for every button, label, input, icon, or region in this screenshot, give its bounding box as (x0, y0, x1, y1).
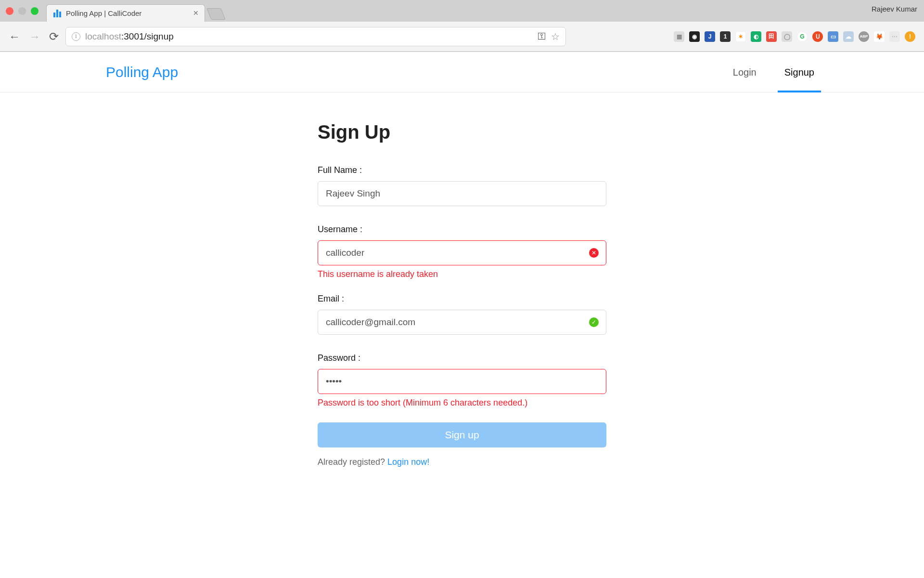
username-input[interactable] (318, 240, 606, 265)
extension-icon[interactable]: 田 (766, 31, 777, 42)
page-title: Sign Up (318, 121, 606, 143)
fullname-label: Full Name : (318, 165, 606, 175)
browser-tab[interactable]: Polling App | CalliCoder ✕ (46, 4, 205, 22)
tab-title: Polling App | CalliCoder (66, 9, 189, 17)
login-now-link[interactable]: Login now! (387, 457, 429, 467)
extension-icon[interactable]: ! (905, 31, 915, 42)
window-minimize-icon[interactable] (18, 7, 26, 15)
nav-signup[interactable]: Signup (781, 53, 818, 91)
window-close-icon[interactable] (6, 7, 13, 15)
extension-icon[interactable]: ▦ (674, 31, 684, 42)
signup-button[interactable]: Sign up (318, 422, 606, 447)
form-item-email: Email : ✓ (318, 294, 606, 335)
signup-page: Sign Up Full Name : Username : ✕ This us… (318, 121, 606, 467)
extension-icon[interactable]: ✶ (735, 31, 746, 42)
extension-icons: ▦ ◉ J 1 ✶ ◐ 田 ◯ G Ս ▭ ☁ ABP 🦊 ⋯ ! (674, 31, 915, 42)
url-path: :3001/signup (121, 31, 174, 41)
form-item-fullname: Full Name : (318, 165, 606, 206)
extension-icon[interactable]: ◯ (782, 31, 792, 42)
url-host: localhost (85, 31, 121, 41)
browser-profile-name[interactable]: Rajeev Kumar (872, 5, 917, 13)
tab-strip: Polling App | CalliCoder ✕ Rajeev Kumar (0, 0, 924, 22)
username-label: Username : (318, 224, 606, 235)
nav-forward-icon: → (29, 30, 40, 43)
extension-icon[interactable]: ▭ (828, 31, 838, 42)
address-bar[interactable]: i localhost:3001/signup ⚿ ☆ (65, 27, 566, 46)
nav-back-icon[interactable]: ← (9, 30, 20, 43)
tab-close-icon[interactable]: ✕ (193, 9, 199, 17)
extension-icon[interactable]: 🦊 (874, 31, 885, 42)
app-header: Polling App Login Signup (0, 52, 924, 92)
username-error-text: This username is already taken (318, 269, 606, 279)
nav-reload-icon[interactable]: ⟳ (49, 30, 59, 43)
site-info-icon[interactable]: i (72, 32, 80, 41)
extension-icon[interactable]: Ս (812, 31, 823, 42)
error-icon: ✕ (589, 248, 599, 258)
browser-chrome: Polling App | CalliCoder ✕ Rajeev Kumar … (0, 0, 924, 52)
extension-icon[interactable]: ABP (859, 31, 869, 42)
login-hint: Already registed? Login now! (318, 457, 606, 467)
password-label: Password : (318, 353, 606, 363)
saved-password-icon[interactable]: ⚿ (538, 31, 546, 41)
email-input[interactable] (318, 310, 606, 335)
extension-icon[interactable]: ◐ (751, 31, 761, 42)
tab-favicon-icon (53, 9, 62, 17)
extension-icon[interactable]: ☁ (843, 31, 854, 42)
login-hint-text: Already registed? (318, 457, 387, 467)
form-item-username: Username : ✕ This username is already ta… (318, 224, 606, 279)
extension-icon[interactable]: J (705, 31, 715, 42)
extension-icon[interactable]: ◉ (689, 31, 700, 42)
extension-icon[interactable]: 1 (720, 31, 731, 42)
bookmark-star-icon[interactable]: ☆ (551, 31, 560, 42)
extension-icon[interactable]: ⋯ (889, 31, 900, 42)
window-controls (6, 7, 38, 15)
password-input[interactable] (318, 369, 606, 394)
browser-toolbar: ← → ⟳ i localhost:3001/signup ⚿ ☆ ▦ ◉ J … (0, 22, 924, 52)
extension-icon[interactable]: G (797, 31, 808, 42)
success-icon: ✓ (589, 317, 599, 327)
new-tab-button[interactable] (206, 8, 226, 20)
nav-login[interactable]: Login (729, 53, 760, 91)
window-maximize-icon[interactable] (31, 7, 38, 15)
fullname-input[interactable] (318, 181, 606, 206)
app-brand[interactable]: Polling App (106, 64, 178, 80)
email-label: Email : (318, 294, 606, 304)
password-error-text: Password is too short (Minimum 6 charact… (318, 398, 606, 408)
form-item-password: Password : Password is too short (Minimu… (318, 353, 606, 408)
